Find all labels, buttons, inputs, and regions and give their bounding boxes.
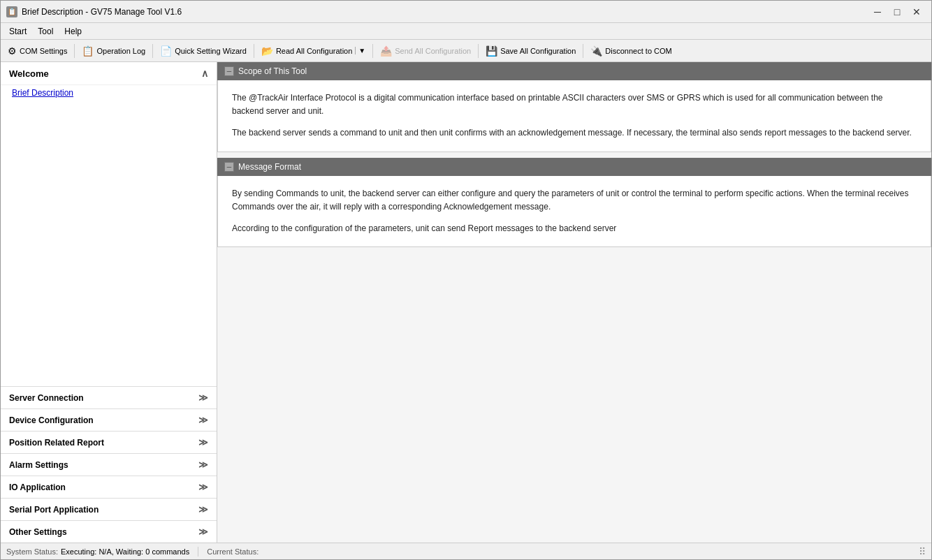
sidebar-item-server-connection[interactable]: Server Connection ≫ <box>1 386 217 408</box>
welcome-label: Welcome <box>9 68 49 79</box>
menu-start[interactable]: Start <box>3 25 32 38</box>
alarm-settings-label: Alarm Settings <box>9 460 68 470</box>
serial-port-expand-icon: ≫ <box>198 504 208 515</box>
other-settings-label: Other Settings <box>9 527 67 537</box>
toolbar-sep-2 <box>152 44 153 58</box>
scope-body: The @TrackAir Interface Protocol is a di… <box>217 80 931 152</box>
content-area: ─ Scope of This Tool The @TrackAir Inter… <box>217 62 931 543</box>
com-settings-icon: ⚙ <box>8 45 17 57</box>
sidebar-spacer <box>1 101 217 386</box>
main-window: 📋 Brief Description - GV75 Manage Tool V… <box>0 0 932 560</box>
sidebar-welcome-section: Welcome ∧ <box>1 62 217 85</box>
scope-para-2: The backend server sends a command to un… <box>232 126 917 140</box>
toolbar-sep-3 <box>254 44 254 58</box>
current-status-label: Current Status: <box>207 547 259 556</box>
read-all-dropdown-icon[interactable]: ▼ <box>355 47 365 54</box>
toolbar: ⚙ COM Settings 📋 Operation Log 📄 Quick S… <box>1 40 931 62</box>
toolbar-sep-4 <box>372 44 373 58</box>
status-grip-icon: ⠿ <box>919 546 926 557</box>
toolbar-sep-6 <box>583 44 583 58</box>
message-format-header: ─ Message Format <box>217 158 931 176</box>
close-button[interactable]: ✕ <box>908 4 926 20</box>
save-all-icon: 💾 <box>486 45 497 57</box>
save-all-label: Save All Configuration <box>500 47 576 55</box>
app-icon: 📋 <box>6 6 17 17</box>
window-controls: ─ □ ✕ <box>868 4 926 20</box>
system-status-label: System Status: <box>6 547 58 556</box>
send-all-label: Send All Configuration <box>395 47 471 55</box>
scope-section: ─ Scope of This Tool The @TrackAir Inter… <box>217 62 931 152</box>
disconnect-button[interactable]: 🔌 Disconnect to COM <box>586 43 676 59</box>
operation-log-button[interactable]: 📋 Operation Log <box>78 43 150 59</box>
sidebar-item-position-report[interactable]: Position Related Report ≫ <box>1 431 217 453</box>
message-format-collapse-icon[interactable]: ─ <box>224 162 234 172</box>
disconnect-icon: 🔌 <box>590 45 602 57</box>
position-report-expand-icon: ≫ <box>198 437 208 448</box>
position-report-label: Position Related Report <box>9 438 104 448</box>
disconnect-label: Disconnect to COM <box>605 47 671 55</box>
server-connection-label: Server Connection <box>9 393 84 403</box>
menu-tool[interactable]: Tool <box>32 25 59 38</box>
io-application-label: IO Application <box>9 482 66 492</box>
scope-header: ─ Scope of This Tool <box>217 62 931 80</box>
minimize-button[interactable]: ─ <box>868 4 887 20</box>
menu-bar: Start Tool Help <box>1 23 931 40</box>
maximize-button[interactable]: □ <box>888 4 906 20</box>
quick-setting-button[interactable]: 📄 Quick Setting Wizard <box>156 43 251 59</box>
message-format-title: Message Format <box>238 162 301 172</box>
other-settings-expand-icon: ≫ <box>198 526 208 537</box>
serial-port-label: Serial Port Application <box>9 505 99 515</box>
sidebar: Welcome ∧ Brief Description Server Conne… <box>1 62 217 543</box>
title-bar: 📋 Brief Description - GV75 Manage Tool V… <box>1 1 931 23</box>
brief-description-link[interactable]: Brief Description <box>1 85 217 101</box>
window-title: Brief Description - GV75 Manage Tool V1.… <box>22 7 868 17</box>
sidebar-item-device-config[interactable]: Device Configuration ≫ <box>1 408 217 431</box>
scope-collapse-icon[interactable]: ─ <box>224 66 234 76</box>
sidebar-item-io-application[interactable]: IO Application ≫ <box>1 476 217 498</box>
device-config-label: Device Configuration <box>9 415 94 425</box>
scope-para-1: The @TrackAir Interface Protocol is a di… <box>232 91 917 118</box>
sidebar-item-serial-port[interactable]: Serial Port Application ≫ <box>1 498 217 520</box>
status-sep <box>198 547 198 557</box>
quick-setting-icon: 📄 <box>160 45 172 57</box>
operation-log-icon: 📋 <box>82 45 94 57</box>
read-all-icon: 📂 <box>261 45 273 57</box>
alarm-settings-expand-icon: ≫ <box>198 459 208 470</box>
quick-setting-label: Quick Setting Wizard <box>175 47 247 55</box>
read-all-button[interactable]: 📂 Read All Configuration ▼ <box>257 43 370 59</box>
status-bar: System Status: Executing: N/A, Waiting: … <box>1 543 931 559</box>
device-config-expand-icon: ≫ <box>198 415 208 425</box>
read-all-label: Read All Configuration <box>276 47 352 55</box>
send-all-icon: 📤 <box>380 45 392 57</box>
sidebar-item-other-settings[interactable]: Other Settings ≫ <box>1 520 217 543</box>
message-format-section: ─ Message Format By sending Commands to … <box>217 158 931 248</box>
io-application-expand-icon: ≫ <box>198 482 208 492</box>
save-all-button[interactable]: 💾 Save All Configuration <box>481 43 580 59</box>
server-connection-expand-icon: ≫ <box>198 392 208 403</box>
toolbar-sep-5 <box>478 44 479 58</box>
toolbar-sep-1 <box>74 44 75 58</box>
operation-log-label: Operation Log <box>96 47 145 55</box>
message-format-para-2: According to the configuration of the pa… <box>232 222 917 235</box>
system-status-value: Executing: N/A, Waiting: 0 commands <box>61 547 189 556</box>
main-area: Welcome ∧ Brief Description Server Conne… <box>1 62 931 543</box>
send-all-button[interactable]: 📤 Send All Configuration <box>376 43 475 59</box>
message-format-para-1: By sending Commands to unit, the backend… <box>232 187 917 214</box>
com-settings-label: COM Settings <box>20 47 67 55</box>
sidebar-item-alarm-settings[interactable]: Alarm Settings ≫ <box>1 453 217 476</box>
message-format-body: By sending Commands to unit, the backend… <box>217 176 931 248</box>
welcome-collapse-icon[interactable]: ∧ <box>201 68 208 79</box>
menu-help[interactable]: Help <box>59 25 87 38</box>
com-settings-button[interactable]: ⚙ COM Settings <box>3 43 71 59</box>
scope-title: Scope of This Tool <box>238 66 307 76</box>
